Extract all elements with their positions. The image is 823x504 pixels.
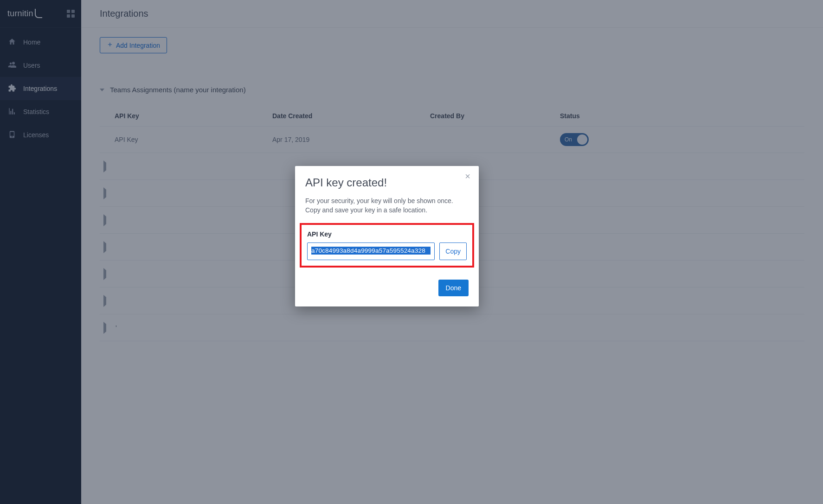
copy-button[interactable]: Copy (439, 242, 467, 260)
api-key-value: a70c84993a8d4a9999a57a595524a328 (311, 247, 431, 255)
api-key-row: a70c84993a8d4a9999a57a595524a328 Copy (307, 242, 467, 260)
modal-actions: Done (305, 280, 469, 296)
api-key-field-label: API Key (307, 230, 467, 238)
api-key-modal: × API key created! For your security, yo… (295, 166, 479, 306)
modal-title: API key created! (305, 176, 469, 189)
close-icon: × (465, 171, 470, 181)
close-button[interactable]: × (462, 171, 473, 182)
done-button[interactable]: Done (438, 280, 469, 296)
modal-description: For your security, your key will only be… (305, 197, 469, 215)
api-key-highlight-box: API Key a70c84993a8d4a9999a57a595524a328… (300, 223, 474, 268)
api-key-input[interactable]: a70c84993a8d4a9999a57a595524a328 (307, 242, 435, 260)
copy-button-label: Copy (445, 248, 461, 255)
done-button-label: Done (446, 284, 461, 292)
